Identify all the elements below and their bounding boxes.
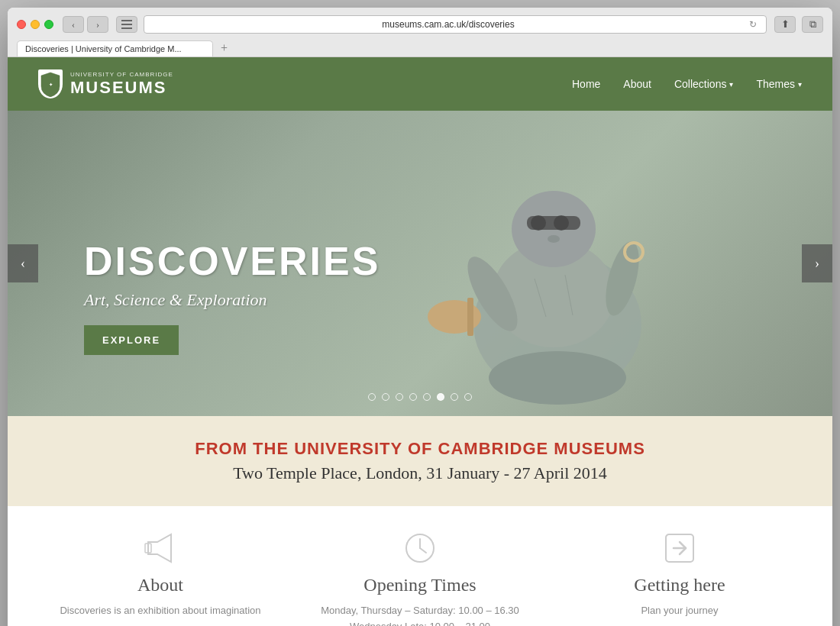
browser-window: ‹ › museums.cam.ac.uk/discoveries ↻ ⬆ ⧉ [8,8,832,626]
promo-band: FROM THE UNIVERSITY OF CAMBRIDGE MUSEUMS… [8,416,832,506]
sidebar-toggle-button[interactable] [116,16,137,33]
explore-button[interactable]: EXPLORE [84,325,179,355]
opening-times-col-text: Monday, Thursday – Saturday: 10.00 – 16.… [321,603,519,626]
info-col-about: About Discoveries is an exhibition about… [38,529,283,626]
hero-title: DISCOVERIES [84,238,380,284]
browser-actions: ⬆ ⧉ [774,16,823,33]
hero-subtitle: Art, Science & Exploration [84,290,380,310]
logo-shield-icon: ✦ [38,69,63,98]
getting-here-col-title: Getting here [634,575,725,595]
logo-text: University of Cambridge MUSEUMS [70,71,173,98]
slider-next-button[interactable]: › [802,244,832,282]
info-col-opening: Opening Times Monday, Thursday – Saturda… [298,529,542,626]
logo-area[interactable]: ✦ University of Cambridge MUSEUMS [38,69,173,98]
svg-rect-2 [121,27,132,29]
dot-1[interactable] [368,393,376,401]
forward-button[interactable]: › [87,16,108,33]
back-button[interactable]: ‹ [63,16,84,33]
next-arrow-icon: › [815,256,819,272]
getting-here-col-text: Plan your journey [641,603,718,619]
nav-home-label: Home [572,78,600,90]
dot-3[interactable] [396,393,403,401]
minimize-button[interactable] [31,20,40,29]
svg-line-23 [420,548,426,553]
tab-label: Discoveries | University of Cambridge M.… [25,44,182,53]
promo-details-label: Two Temple Place, London, 31 January - 2… [38,463,802,483]
nav-themes-label: Themes [756,78,795,90]
prev-arrow-icon: ‹ [21,256,25,272]
svg-rect-1 [121,24,132,25]
address-bar[interactable]: museums.cam.ac.uk/discoveries ↻ [144,15,767,34]
dot-7[interactable] [451,393,458,401]
url-display: museums.cam.ac.uk/discoveries [150,19,746,30]
arrow-right-icon [661,529,699,567]
about-col-text: Discoveries is an exhibition about imagi… [60,603,260,619]
dot-6[interactable] [437,393,444,401]
new-tab-button[interactable]: + [216,40,233,56]
info-columns: About Discoveries is an exhibition about… [8,506,832,626]
megaphone-icon [141,529,179,567]
reload-button[interactable]: ↻ [746,18,760,31]
nav-about[interactable]: About [623,78,651,90]
svg-rect-0 [121,20,132,21]
university-label: University of Cambridge [70,71,173,78]
traffic-lights [17,20,53,29]
opening-times-col-title: Opening Times [363,575,476,595]
sculpture-image [405,126,695,408]
active-tab[interactable]: Discoveries | University of Cambridge M.… [17,40,213,56]
svg-point-8 [531,215,546,231]
nav-collections[interactable]: Collections ▾ [674,78,733,90]
svg-text:✦: ✦ [49,82,53,87]
dot-8[interactable] [464,393,472,401]
slider-dots [368,393,472,401]
info-col-getting-here: Getting here Plan your journey [557,529,802,626]
website-content: ✦ University of Cambridge MUSEUMS Home A… [8,57,832,626]
svg-point-10 [548,235,560,243]
browser-nav-buttons: ‹ › [63,16,108,33]
svg-point-16 [489,351,626,405]
hero-content: DISCOVERIES Art, Science & Exploration E… [84,238,380,355]
svg-rect-13 [467,298,473,336]
tabs-button[interactable]: ⧉ [802,16,823,33]
nav-about-label: About [623,78,651,90]
themes-dropdown-icon: ▾ [798,80,802,89]
collections-dropdown-icon: ▾ [729,80,733,89]
svg-point-9 [554,215,569,231]
tabs-bar: Discoveries | University of Cambridge M.… [17,40,823,56]
browser-chrome: ‹ › museums.cam.ac.uk/discoveries ↻ ⬆ ⧉ [8,8,832,57]
site-header: ✦ University of Cambridge MUSEUMS Home A… [8,57,832,111]
site-nav: Home About Collections ▾ Themes ▾ [572,78,802,90]
promo-from-label: FROM THE UNIVERSITY OF CAMBRIDGE MUSEUMS [38,439,802,459]
dot-4[interactable] [409,393,417,401]
dot-2[interactable] [382,393,389,401]
hero-slider: DISCOVERIES Art, Science & Exploration E… [8,111,832,416]
clock-icon [401,529,439,567]
close-button[interactable] [17,20,26,29]
slider-prev-button[interactable]: ‹ [8,244,38,282]
museums-label: MUSEUMS [70,78,173,98]
about-col-title: About [137,575,183,595]
maximize-button[interactable] [44,20,53,29]
nav-home[interactable]: Home [572,78,600,90]
nav-themes[interactable]: Themes ▾ [756,78,802,90]
nav-collections-label: Collections [674,78,726,90]
dot-5[interactable] [423,393,431,401]
share-button[interactable]: ⬆ [774,16,796,33]
